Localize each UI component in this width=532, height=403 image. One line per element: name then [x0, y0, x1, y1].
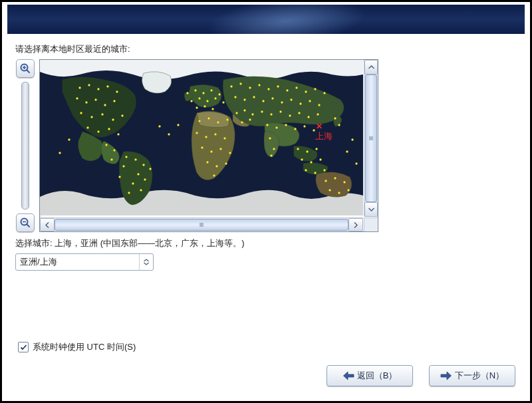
svg-point-19	[90, 116, 92, 118]
svg-point-131	[355, 162, 357, 164]
svg-point-79	[267, 88, 269, 90]
svg-point-128	[338, 124, 340, 126]
chevron-down-icon	[368, 207, 374, 211]
svg-point-96	[261, 110, 263, 112]
svg-point-80	[277, 85, 279, 87]
utc-checkbox-label: 系统时钟使用 UTC 时间(S)	[33, 341, 136, 353]
svg-point-43	[202, 92, 204, 94]
svg-point-14	[85, 101, 87, 103]
svg-point-94	[309, 100, 311, 102]
svg-point-124	[329, 189, 331, 191]
vertical-scroll-thumb[interactable]	[365, 74, 377, 202]
header-banner	[7, 5, 525, 34]
next-button[interactable]: 下一步（N）	[429, 365, 515, 386]
svg-point-16	[104, 104, 106, 106]
svg-point-25	[108, 128, 110, 130]
svg-point-125	[338, 192, 340, 194]
scroll-up-button[interactable]	[364, 60, 378, 74]
back-button[interactable]: 返回（B）	[327, 365, 413, 386]
svg-point-11	[106, 85, 108, 87]
scroll-left-button[interactable]	[40, 218, 55, 231]
svg-point-35	[128, 192, 130, 194]
svg-point-133	[168, 133, 170, 135]
svg-point-57	[226, 118, 228, 120]
checkmark-icon	[20, 344, 27, 351]
svg-point-126	[347, 189, 349, 191]
prompt-text: 请选择离本地时区最近的城市:	[15, 43, 517, 55]
svg-point-50	[222, 101, 224, 103]
svg-point-20	[101, 113, 103, 115]
scroll-right-button[interactable]	[348, 218, 363, 231]
zoom-out-button[interactable]	[16, 213, 35, 232]
svg-point-117	[319, 158, 321, 160]
svg-point-39	[122, 165, 124, 167]
svg-point-115	[301, 158, 303, 160]
svg-point-65	[229, 152, 231, 154]
svg-point-37	[140, 189, 142, 191]
svg-point-101	[307, 116, 309, 118]
svg-point-60	[214, 133, 216, 135]
svg-point-83	[305, 90, 307, 92]
svg-point-74	[249, 118, 251, 120]
timezone-map-frame: ✕ 上海	[39, 59, 378, 232]
svg-point-34	[132, 182, 134, 184]
svg-point-58	[196, 132, 198, 134]
svg-point-122	[334, 177, 336, 179]
svg-point-123	[343, 181, 345, 183]
svg-point-18	[80, 112, 82, 114]
svg-line-1	[27, 70, 29, 72]
svg-point-104	[275, 126, 277, 128]
timezone-map[interactable]: ✕ 上海	[40, 60, 363, 215]
svg-point-100	[298, 112, 300, 114]
svg-point-21	[112, 118, 114, 120]
svg-point-33	[137, 173, 139, 175]
svg-point-102	[317, 113, 319, 115]
svg-point-85	[323, 92, 325, 94]
zoom-out-icon	[19, 217, 31, 229]
svg-point-105	[285, 124, 287, 126]
svg-line-5	[27, 224, 29, 227]
horizontal-scroll-thumb[interactable]	[55, 219, 348, 231]
svg-point-67	[215, 165, 217, 167]
svg-point-23	[86, 126, 88, 128]
svg-point-90	[271, 97, 273, 99]
svg-point-82	[295, 86, 297, 88]
svg-point-95	[318, 104, 320, 106]
svg-point-116	[310, 161, 312, 163]
svg-point-71	[243, 109, 245, 111]
svg-point-68	[225, 162, 227, 164]
zoom-in-button[interactable]	[16, 59, 35, 78]
svg-point-13	[76, 97, 78, 99]
svg-point-66	[206, 161, 208, 163]
svg-point-106	[294, 128, 296, 130]
scroll-down-button[interactable]	[364, 202, 378, 217]
back-button-label: 返回（B）	[357, 370, 398, 382]
svg-point-120	[323, 169, 325, 171]
svg-point-135	[68, 138, 70, 140]
map-vertical-scrollbar[interactable]	[364, 60, 378, 217]
svg-point-15	[94, 98, 96, 100]
timezone-combo[interactable]: 亚洲/上海	[15, 253, 154, 271]
arrow-left-icon	[342, 371, 354, 380]
svg-point-81	[286, 89, 288, 91]
zoom-slider[interactable]	[21, 82, 29, 209]
svg-point-46	[190, 100, 192, 102]
combo-spinner[interactable]	[139, 254, 153, 270]
svg-point-129	[351, 138, 353, 140]
svg-point-77	[249, 86, 251, 88]
svg-point-112	[297, 148, 299, 150]
svg-point-52	[203, 105, 205, 107]
svg-point-32	[142, 164, 144, 166]
svg-point-31	[134, 158, 136, 160]
svg-point-84	[314, 88, 316, 90]
svg-point-24	[97, 130, 99, 132]
utc-checkbox[interactable]	[18, 342, 29, 352]
svg-point-72	[251, 113, 253, 115]
chevron-up-icon	[368, 65, 374, 69]
zoom-in-icon	[19, 63, 31, 74]
svg-point-92	[290, 98, 292, 100]
map-horizontal-scrollbar[interactable]	[40, 217, 363, 231]
svg-point-38	[149, 168, 151, 170]
chevron-right-icon	[354, 222, 358, 228]
svg-point-56	[217, 121, 219, 123]
